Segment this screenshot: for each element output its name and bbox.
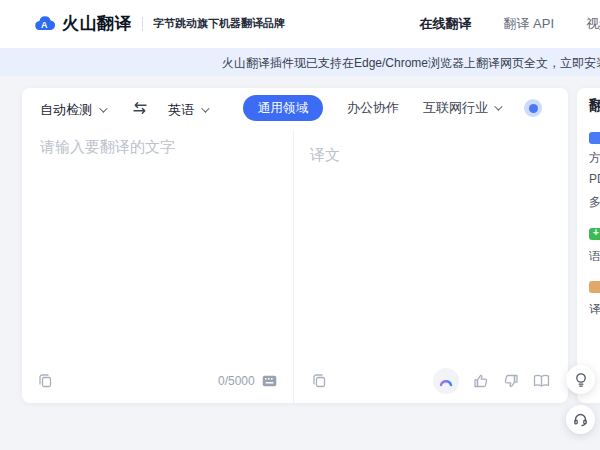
target-placeholder: 译文 — [310, 146, 340, 165]
plugin-sidebar: 翻 方 PD 多 语 译 — [577, 88, 600, 403]
dictionary-book-icon[interactable] — [533, 374, 550, 388]
sidebar-text: PD — [589, 172, 600, 186]
browser-plugin-icon — [589, 132, 600, 144]
swap-languages-button[interactable] — [132, 101, 148, 115]
sidebar-title: 翻 — [589, 97, 600, 115]
logo[interactable]: A 火山翻译 字节跳动旗下机器翻译品牌 — [33, 12, 285, 35]
folder-icon — [589, 281, 600, 293]
nav-translate-api[interactable]: 翻译 API — [503, 15, 554, 33]
target-language-label: 英语 — [168, 101, 194, 119]
sidebar-text: 多 — [589, 194, 600, 211]
tab-general-domain[interactable]: 通用领域 — [243, 95, 323, 121]
nav-video[interactable]: 视频 — [586, 15, 600, 33]
ai-gradient-arc-button[interactable] — [433, 368, 459, 394]
translator-toolbar: 自动检测 英语 通用领域 办公协作 互联网行业 — [22, 88, 568, 130]
customer-service-button[interactable] — [566, 405, 595, 434]
sidebar-text: 方 — [589, 150, 600, 167]
result-actions — [433, 368, 550, 394]
headset-icon — [573, 412, 588, 427]
translator-card: 自动检测 英语 通用领域 办公协作 互联网行业 — [22, 88, 568, 403]
domain-tabs: 通用领域 办公协作 互联网行业 — [243, 95, 542, 121]
logo-separator — [142, 17, 143, 31]
char-counter-group: 0/5000 — [218, 374, 277, 388]
nav-online-translate[interactable]: 在线翻译 — [419, 15, 471, 33]
chevron-down-icon — [494, 102, 502, 110]
add-language-icon — [589, 228, 600, 240]
panel-divider — [293, 130, 294, 403]
chevron-down-icon — [99, 104, 107, 112]
domain-indicator-dot[interactable] — [524, 99, 542, 117]
source-language-label: 自动检测 — [40, 101, 92, 119]
brand-tagline: 字节跳动旗下机器翻译品牌 — [153, 16, 285, 31]
target-language-selector[interactable]: 英语 — [168, 101, 207, 119]
banner-text: 火山翻译插件现已支持在Edge/Chrome浏览器上翻译网页全文，立即安装体验吧 — [222, 55, 600, 72]
char-counter: 0/5000 — [218, 374, 255, 388]
source-language-selector[interactable]: 自动检测 — [40, 101, 105, 119]
svg-text:A: A — [41, 20, 48, 30]
plugin-promo-banner[interactable]: 火山翻译插件现已支持在Edge/Chrome浏览器上翻译网页全文，立即安装体验吧 — [0, 48, 600, 76]
sidebar-text: 译 — [589, 301, 600, 318]
logo-text: 火山翻译 — [62, 12, 132, 35]
feedback-button[interactable] — [566, 365, 595, 394]
sidebar-text: 语 — [589, 248, 600, 265]
thumbs-up-icon[interactable] — [473, 373, 489, 389]
tab-office-collaboration[interactable]: 办公协作 — [347, 99, 399, 117]
lightbulb-icon — [574, 372, 588, 388]
volcano-logo-icon: A — [33, 13, 57, 35]
keyboard-icon[interactable] — [262, 375, 277, 387]
top-nav: 在线翻译 翻译 API 视频 — [419, 0, 600, 48]
source-text-input[interactable] — [40, 138, 280, 368]
thumbs-down-icon[interactable] — [503, 373, 519, 389]
copy-result-icon[interactable] — [312, 373, 327, 388]
chevron-down-icon — [201, 104, 209, 112]
volcano-translate-page: A 火山翻译 字节跳动旗下机器翻译品牌 在线翻译 翻译 API 视频 火山翻译插… — [0, 0, 600, 450]
copy-source-icon[interactable] — [38, 373, 53, 388]
tab-internet-industry[interactable]: 互联网行业 — [423, 99, 500, 117]
header: A 火山翻译 字节跳动旗下机器翻译品牌 在线翻译 翻译 API 视频 — [0, 0, 600, 48]
